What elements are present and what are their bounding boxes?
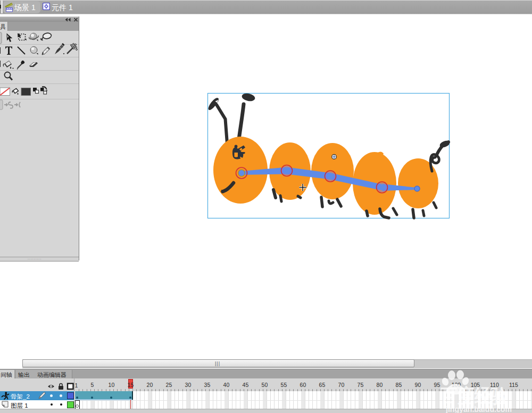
svg-text:百度经验: 百度经验 [440, 385, 509, 407]
svg-text:jingyan.baidu.com: jingyan.baidu.com [445, 404, 512, 413]
